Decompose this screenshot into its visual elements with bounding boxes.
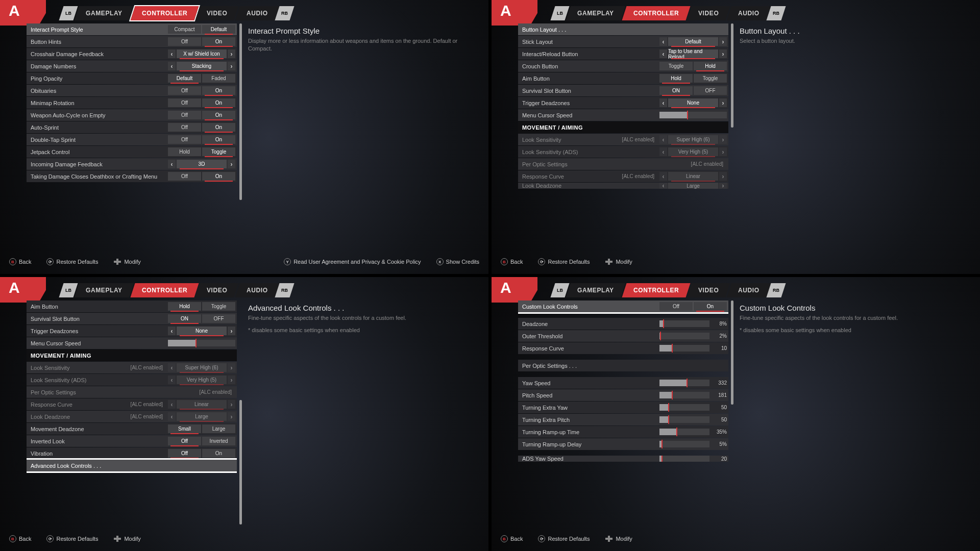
stepper-right-icon[interactable]: › bbox=[719, 147, 727, 156]
toggle-option[interactable]: Off bbox=[168, 123, 201, 132]
toggle-option[interactable]: Toggle bbox=[659, 62, 693, 70]
toggle-option[interactable]: OFF bbox=[202, 314, 235, 323]
stepper-left-icon[interactable]: ‹ bbox=[659, 147, 667, 156]
toggle-option[interactable]: On bbox=[202, 123, 235, 132]
stepper-right-icon[interactable]: › bbox=[719, 98, 727, 107]
toggle-option[interactable]: On bbox=[202, 37, 235, 46]
toggle-option[interactable]: Hold bbox=[694, 62, 727, 70]
setting-row[interactable]: Button Hints OffOn bbox=[27, 36, 237, 47]
tab-video[interactable]: VIDEO bbox=[195, 6, 238, 20]
tab-controller[interactable]: CONTROLLER bbox=[130, 283, 199, 297]
footer-modify[interactable]: Modify bbox=[605, 258, 632, 265]
slider-track[interactable] bbox=[659, 404, 709, 411]
setting-row[interactable]: Movement Deadzone SmallLarge bbox=[27, 423, 237, 435]
toggle-option[interactable]: Small bbox=[168, 424, 201, 433]
tab-controller[interactable]: CONTROLLER bbox=[130, 6, 199, 20]
setting-row[interactable]: Inverted Look OffInverted bbox=[27, 435, 237, 447]
tab-video[interactable]: VIDEO bbox=[687, 283, 730, 297]
setting-row[interactable]: Per Optic Settings [ALC enabled] bbox=[27, 386, 237, 398]
toggle-option[interactable]: Hold bbox=[168, 302, 201, 311]
stepper-left-icon[interactable]: ‹ bbox=[168, 49, 176, 58]
stepper-right-icon[interactable]: › bbox=[719, 49, 727, 58]
toggle-option[interactable]: Off bbox=[168, 98, 201, 107]
footer-back[interactable]: BBack bbox=[9, 258, 31, 265]
footer-back[interactable]: BBack bbox=[9, 535, 31, 542]
setting-row[interactable]: Deadzone 8% bbox=[518, 318, 728, 330]
setting-row[interactable]: Per Optic Settings [ALC enabled] bbox=[518, 158, 728, 170]
toggle-option[interactable]: On bbox=[694, 302, 727, 311]
footer-restore[interactable]: ⟳Restore Defaults bbox=[46, 258, 98, 265]
setting-row[interactable]: ADS Yaw Speed 20 bbox=[518, 456, 728, 462]
toggle-option[interactable]: Toggle bbox=[202, 302, 235, 311]
setting-row[interactable]: Look Deadzone ‹ Large › bbox=[518, 183, 728, 189]
toggle-option[interactable]: On bbox=[202, 449, 235, 458]
scrollbar[interactable] bbox=[239, 23, 242, 249]
tab-gameplay[interactable]: GAMEPLAY bbox=[74, 283, 134, 297]
footer-back[interactable]: BBack bbox=[501, 535, 523, 542]
setting-row[interactable]: Advanced Look Controls . . . bbox=[27, 460, 237, 471]
stepper-left-icon[interactable]: ‹ bbox=[168, 62, 176, 70]
setting-row[interactable]: Trigger Deadzones ‹ None › bbox=[27, 325, 237, 337]
toggle-option[interactable]: Off bbox=[168, 111, 201, 119]
toggle-option[interactable]: Off bbox=[168, 172, 201, 181]
stepper-right-icon[interactable]: › bbox=[228, 327, 235, 335]
toggle-option[interactable]: Hold bbox=[168, 147, 201, 156]
footer-restore[interactable]: ⟳Restore Defaults bbox=[538, 535, 590, 542]
stepper-left-icon[interactable]: ‹ bbox=[659, 37, 667, 46]
toggle-option[interactable]: Compact bbox=[168, 25, 201, 34]
stepper-left-icon[interactable]: ‹ bbox=[168, 375, 176, 384]
stepper-left-icon[interactable]: ‹ bbox=[659, 98, 667, 107]
toggle-option[interactable]: Off bbox=[168, 135, 201, 144]
tab-controller[interactable]: CONTROLLER bbox=[622, 283, 690, 297]
scrollbar[interactable] bbox=[731, 23, 733, 249]
tab-gameplay[interactable]: GAMEPLAY bbox=[566, 283, 625, 297]
slider-track[interactable] bbox=[659, 320, 709, 327]
scrollbar[interactable] bbox=[239, 300, 242, 527]
tab-gameplay[interactable]: GAMEPLAY bbox=[566, 6, 625, 20]
stepper-right-icon[interactable]: › bbox=[719, 37, 727, 46]
toggle-option[interactable]: Hold bbox=[659, 74, 693, 83]
setting-row[interactable]: Turning Ramp-up Time 35% bbox=[518, 426, 728, 438]
tab-audio[interactable]: AUDIO bbox=[235, 6, 280, 20]
stepper-right-icon[interactable]: › bbox=[228, 49, 235, 58]
footer-modify[interactable]: Modify bbox=[113, 258, 140, 265]
setting-row[interactable]: Weapon Auto-Cycle on Empty OffOn bbox=[27, 109, 237, 121]
footer-restore[interactable]: ⟳Restore Defaults bbox=[538, 258, 590, 265]
toggle-option[interactable]: ON bbox=[168, 314, 201, 323]
setting-row[interactable]: Crosshair Damage Feedback ‹ X w/ Shield … bbox=[27, 48, 237, 60]
setting-row[interactable]: Turning Ramp-up Delay 5% bbox=[518, 438, 728, 450]
setting-row[interactable]: Survival Slot Button ONOFF bbox=[518, 85, 728, 96]
toggle-option[interactable]: Large bbox=[202, 424, 235, 433]
tab-gameplay[interactable]: GAMEPLAY bbox=[74, 6, 134, 20]
setting-row[interactable]: Response Curve [ALC enabled] ‹ Linear › bbox=[518, 170, 728, 182]
setting-row[interactable]: Turning Extra Pitch 50 bbox=[518, 414, 728, 425]
toggle-option[interactable]: Default bbox=[202, 25, 235, 34]
footer-policy[interactable]: YRead User Agreement and Privacy & Cooki… bbox=[284, 258, 421, 265]
setting-row[interactable]: Minimap Rotation OffOn bbox=[27, 97, 237, 109]
slider-track[interactable] bbox=[659, 429, 709, 435]
toggle-option[interactable]: On bbox=[202, 111, 235, 119]
setting-row[interactable]: Per Optic Settings . . . bbox=[518, 360, 728, 371]
slider-track[interactable] bbox=[659, 441, 709, 447]
toggle-option[interactable]: Inverted bbox=[202, 437, 235, 445]
setting-row[interactable]: Incoming Damage Feedback ‹ 3D › bbox=[27, 158, 237, 170]
setting-row[interactable]: Interact/Reload Button ‹ Tap to Use and … bbox=[518, 48, 728, 60]
setting-row[interactable]: Stick Layout ‹ Default › bbox=[518, 36, 728, 47]
stepper-left-icon[interactable]: ‹ bbox=[659, 183, 667, 189]
setting-row[interactable]: Look Deadzone [ALC enabled] ‹ Large › bbox=[27, 411, 237, 422]
setting-row[interactable]: Menu Cursor Speed bbox=[518, 109, 728, 121]
setting-row[interactable]: Jetpack Control HoldToggle bbox=[27, 146, 237, 158]
setting-row[interactable]: Menu Cursor Speed bbox=[27, 337, 237, 349]
setting-row[interactable]: Aim Button HoldToggle bbox=[27, 300, 237, 312]
slider-track[interactable] bbox=[659, 345, 709, 352]
setting-row[interactable]: Look Sensitivity [ALC enabled] ‹ Super H… bbox=[27, 362, 237, 373]
toggle-option[interactable]: On bbox=[202, 98, 235, 107]
toggle-option[interactable]: On bbox=[202, 172, 235, 181]
toggle-option[interactable]: Off bbox=[168, 37, 201, 46]
setting-row[interactable]: Aim Button HoldToggle bbox=[518, 72, 728, 84]
stepper-left-icon[interactable]: ‹ bbox=[168, 363, 176, 372]
tab-video[interactable]: VIDEO bbox=[687, 6, 730, 20]
setting-row[interactable]: Double-Tap Sprint OffOn bbox=[27, 134, 237, 145]
stepper-left-icon[interactable]: ‹ bbox=[168, 160, 176, 168]
stepper-right-icon[interactable]: › bbox=[228, 363, 235, 372]
